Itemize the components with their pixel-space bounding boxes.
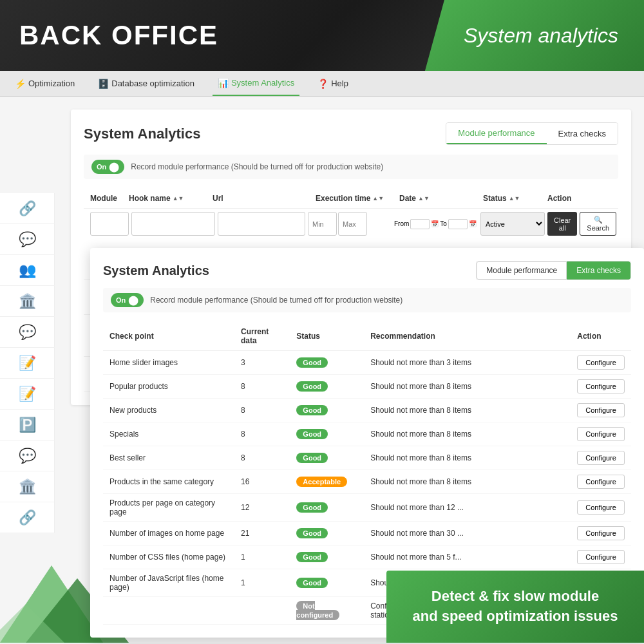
check-recommendation-6: Should not more than 12 ... [364, 494, 571, 522]
analytics-icon: 📊 [218, 78, 229, 88]
check-data-9: 1 [234, 569, 290, 597]
col-status[interactable]: Status ▲▼ [483, 194, 547, 203]
check-status-4: Good [290, 446, 364, 470]
sidebar-item-5[interactable]: 📝 [0, 348, 55, 379]
status-badge-check-8: Good [296, 552, 328, 562]
configure-button-3[interactable]: Configure [577, 427, 625, 441]
configure-button-1[interactable]: Configure [577, 379, 625, 393]
sidebar-item-10[interactable]: 🔗 [0, 502, 55, 533]
filter-exec-min[interactable] [308, 212, 337, 236]
check-data-2: 8 [234, 399, 290, 422]
check-recommendation-4: Should not more than 8 items [364, 446, 571, 470]
checks-row: Specials 8 Good Should not more than 8 i… [103, 422, 631, 446]
configure-button-5[interactable]: Configure [577, 475, 625, 489]
check-status-6: Good [290, 494, 364, 522]
filter-hookname[interactable] [131, 212, 215, 236]
nav-item-help[interactable]: ❓ Help [312, 71, 354, 96]
filter-date-from[interactable] [410, 219, 430, 229]
sidebar-item-6[interactable]: 📝 [0, 379, 55, 410]
sidebar-item-3[interactable]: 🏛️ [0, 286, 55, 317]
sidebar-item-4[interactable]: 💬 [0, 317, 55, 348]
configure-button-2[interactable]: Configure [577, 403, 625, 417]
check-data-3: 8 [234, 422, 290, 446]
col-exectime[interactable]: Execution time ▲▼ [316, 194, 399, 203]
sidebar-item-7[interactable]: 🅿️ [0, 410, 55, 440]
overlay-header: System Analytics Module performance Extr… [103, 261, 631, 280]
check-data-8: 1 [234, 545, 290, 569]
configure-button-7[interactable]: Configure [577, 526, 625, 540]
col-hookname[interactable]: Hook name ▲▼ [129, 194, 213, 203]
check-name-8: Number of CSS files (home page) [103, 545, 234, 569]
toggle-state: On [97, 163, 106, 171]
status-badge-check-10: Not configured [296, 601, 339, 620]
sidebar-item-1[interactable]: 💬 [0, 224, 55, 255]
status-badge-check-0: Good [296, 357, 328, 368]
promo-bar: Detect & fix slow moduleand speed optimi… [386, 571, 644, 643]
check-data-5: 16 [234, 470, 290, 494]
checks-row: New products 8 Good Should not more than… [103, 399, 631, 422]
status-badge-check-6: Good [296, 502, 328, 513]
header-subtitle-box: System analytics [425, 0, 644, 71]
check-name-3: Specials [103, 422, 234, 446]
filter-url[interactable] [218, 212, 305, 236]
filter-date-to[interactable] [448, 219, 468, 229]
configure-button-8[interactable]: Configure [577, 550, 625, 564]
col-action: Action [547, 194, 612, 203]
checks-row: Number of CSS files (home page) 1 Good S… [103, 545, 631, 569]
status-badge-check-1: Good [296, 381, 328, 392]
search-button[interactable]: 🔍 Search [580, 212, 616, 236]
checks-table-header: Check point Current data Status Recommen… [103, 322, 631, 351]
overlay-tab-extra-checks[interactable]: Extra checks [567, 261, 630, 279]
calendar-to-icon[interactable]: 📅 [469, 220, 477, 227]
check-name-0: Home slider images [103, 351, 234, 375]
sidebar-item-9[interactable]: 🏛️ [0, 471, 55, 502]
filter-status[interactable]: Active Inactive [480, 212, 545, 236]
configure-button-0[interactable]: Configure [577, 355, 625, 370]
filter-module[interactable] [90, 212, 129, 236]
check-recommendation-5: Should not more than 8 items [364, 470, 571, 494]
check-action-4: Configure [571, 446, 631, 470]
check-data-6: 12 [234, 494, 290, 522]
sidebar-item-2[interactable]: 👥 [0, 255, 55, 286]
calendar-from-icon[interactable]: 📅 [431, 220, 439, 227]
check-action-7: Configure [571, 522, 631, 545]
tab-extra-checks[interactable]: Extra checks [547, 123, 618, 144]
col-date[interactable]: Date ▲▼ [399, 194, 483, 203]
check-action-1: Configure [571, 375, 631, 399]
nav-item-analytics[interactable]: 📊 System Analytics [213, 71, 299, 96]
clear-all-button[interactable]: Clear all [547, 212, 577, 236]
col-status: Status [290, 322, 364, 351]
filter-exec-max[interactable] [338, 212, 367, 236]
checks-row: Products per page on category page 12 Go… [103, 494, 631, 522]
check-name-4: Best seller [103, 446, 234, 470]
check-name-9: Number of JavaScript files (home page) [103, 569, 234, 597]
overlay-tab-module-perf[interactable]: Module performance [477, 261, 567, 279]
nav-item-optimization[interactable]: ⚡ Optimization [10, 71, 80, 96]
check-recommendation-8: Should not more than 5 f... [364, 545, 571, 569]
header-subtitle-text: System analytics [464, 24, 618, 48]
overlay-toggle-label: Record module performance (Should be tur… [150, 296, 402, 305]
check-name-2: New products [103, 399, 234, 422]
toggle-switch[interactable]: On ⬤ [91, 160, 124, 174]
table-header: Module Hook name ▲▼ Url Execution time ▲… [84, 189, 618, 209]
main-tab-buttons: Module performance Extra checks [446, 122, 618, 145]
configure-button-6[interactable]: Configure [577, 500, 625, 515]
optimization-icon: ⚡ [15, 79, 26, 89]
navbar: ⚡ Optimization 🗄️ Database optimization … [0, 71, 644, 97]
nav-item-database[interactable]: 🗄️ Database optimization [93, 71, 200, 96]
search-icon: 🔍 [594, 216, 603, 223]
check-status-3: Good [290, 422, 364, 446]
nav-database-label: Database optimization [111, 79, 194, 88]
sidebar-item-8[interactable]: 💬 [0, 440, 55, 471]
tab-module-performance[interactable]: Module performance [446, 123, 546, 144]
overlay-toggle-switch[interactable]: On ⬤ [111, 293, 144, 307]
sidebar-item-0[interactable]: 🔗 [0, 193, 55, 224]
configure-button-4[interactable]: Configure [577, 451, 625, 465]
check-recommendation-2: Should not more than 8 items [364, 399, 571, 422]
check-recommendation-0: Should not more than 3 items [364, 351, 571, 375]
status-badge-check-9: Good [296, 578, 328, 588]
check-action-8: Configure [571, 545, 631, 569]
col-currentdata: Current data [234, 322, 290, 351]
sidebar: 🔗 💬 👥 🏛️ 💬 📝 📝 🅿️ 💬 🏛️ 🔗 [0, 193, 55, 533]
check-name-7: Number of images on home page [103, 522, 234, 545]
